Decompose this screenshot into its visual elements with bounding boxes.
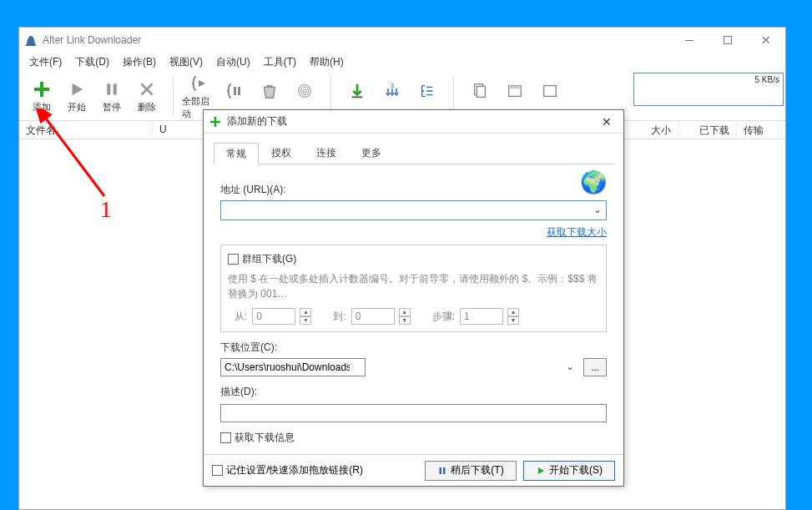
svg-rect-13	[509, 85, 522, 88]
parallel-button[interactable]: 3 x	[375, 79, 410, 113]
menu-auto[interactable]: 自动(U)	[209, 55, 257, 69]
brace-pause-icon	[223, 79, 246, 103]
browse-button[interactable]: ...	[583, 358, 607, 376]
chevron-down-icon[interactable]: ⌄	[593, 204, 602, 215]
step-spinner[interactable]: ▲▼	[507, 308, 519, 325]
recycle-icon	[258, 79, 281, 103]
chevron-down-icon[interactable]: ⌄	[566, 361, 574, 372]
dialog-close-button[interactable]: ✕	[590, 115, 623, 129]
to-label: 到:	[333, 310, 345, 324]
add-label: 添加	[33, 101, 51, 114]
from-input[interactable]	[252, 308, 295, 325]
app-icon	[24, 33, 38, 47]
pause-button[interactable]: 暂停	[94, 78, 129, 114]
group-download-label: 群组下载(G)	[242, 252, 296, 266]
delete-icon	[135, 78, 159, 101]
plus-icon	[30, 78, 53, 101]
menu-operate[interactable]: 操作(B)	[116, 55, 163, 69]
speed-button[interactable]: x	[340, 79, 375, 113]
group-button[interactable]: x	[410, 79, 445, 113]
svg-rect-19	[443, 467, 446, 474]
plus-icon	[209, 115, 222, 129]
window-title: After Link Downloader	[43, 34, 141, 46]
open-icon	[538, 79, 562, 103]
fetch-info-checkbox[interactable]	[220, 432, 231, 443]
start-download-button[interactable]: 开始下载(S)	[523, 461, 615, 481]
col-size[interactable]: 大小	[620, 121, 678, 139]
menu-help[interactable]: 帮助(H)	[303, 55, 351, 69]
close-icon: ✕	[761, 33, 771, 47]
svg-rect-14	[544, 85, 557, 96]
play-icon	[536, 466, 546, 476]
svg-rect-8	[352, 96, 363, 98]
toolbar-separator	[173, 77, 174, 115]
menubar: 文件(F) 下载(D) 操作(B) 视图(V) 自动(U) 工具(T) 帮助(H…	[19, 53, 785, 71]
location-input[interactable]	[220, 358, 366, 376]
step-input[interactable]	[460, 308, 503, 325]
maximize-icon	[724, 36, 732, 44]
tab-general[interactable]: 常规	[214, 143, 259, 164]
delete-label: 删除	[138, 101, 156, 114]
step-label: 步骤:	[432, 310, 455, 324]
start-label: 开始	[68, 101, 86, 114]
delete-button[interactable]: 删除	[129, 78, 164, 114]
description-input[interactable]	[220, 404, 607, 422]
svg-point-6	[300, 87, 308, 94]
col-downloaded[interactable]: 已下载	[678, 121, 737, 139]
description-label: 描述(D):	[220, 385, 607, 399]
open-button[interactable]: x	[532, 79, 567, 113]
col-transfer[interactable]: 传输	[737, 121, 779, 139]
start-button[interactable]: 开始	[59, 78, 94, 114]
svg-rect-1	[107, 83, 110, 94]
browser-icon	[503, 79, 527, 103]
tab-auth[interactable]: 授权	[259, 142, 304, 164]
tab-connection[interactable]: 连接	[304, 142, 349, 164]
svg-rect-0	[26, 44, 36, 46]
from-spinner[interactable]: ▲▼	[300, 308, 311, 325]
titlebar: After Link Downloader ✕	[19, 28, 785, 53]
add-download-dialog: 添加新的下载 ✕ 常规 授权 连接 更多 🌍 地址 (URL)(A): ⌄ 获取…	[203, 109, 624, 487]
dialog-title: 添加新的下载	[227, 114, 287, 129]
copy-icon	[468, 79, 492, 103]
group-download-box: 群组下载(G) 使用 $ 在一处或多处插入计数器编号。对于前导零，请使用额外的 …	[220, 245, 607, 332]
speed-chart: 5 KB/s	[633, 73, 784, 106]
to-input[interactable]	[351, 308, 395, 325]
remember-checkbox[interactable]	[212, 465, 223, 476]
dialog-footer: 记住设置/快速添加拖放链接(R) 稍后下载(T) 开始下载(S)	[204, 454, 623, 486]
fetch-info-label: 获取下载信息	[235, 431, 295, 445]
svg-rect-18	[440, 467, 442, 474]
menu-view[interactable]: 视图(V)	[163, 55, 209, 69]
list-icon	[416, 79, 439, 103]
down-arrow-icon	[345, 79, 369, 103]
location-label: 下载位置(C):	[220, 341, 607, 355]
group-hint: 使用 $ 在一处或多处插入计数器编号。对于前导零，请使用额外的 $。示例：$$$…	[228, 271, 599, 301]
menu-tools[interactable]: 工具(T)	[257, 55, 303, 69]
svg-rect-4	[238, 87, 240, 95]
group-download-checkbox[interactable]	[228, 254, 239, 265]
menu-download[interactable]: 下载(D)	[68, 55, 116, 69]
dialog-body: 🌍 地址 (URL)(A): ⌄ 获取下载大小 群组下载(G) 使用 $ 在一处…	[204, 164, 623, 455]
download-later-button[interactable]: 稍后下载(T)	[425, 461, 517, 481]
start-download-label: 开始下载(S)	[549, 463, 603, 477]
menu-file[interactable]: 文件(F)	[23, 55, 68, 69]
copy-url-button[interactable]: x	[462, 79, 497, 113]
parallel-icon: 3	[381, 79, 404, 103]
maximize-button[interactable]	[709, 28, 747, 53]
fingerprint-icon	[293, 79, 316, 103]
globe-icon: 🌍	[580, 169, 607, 195]
url-label: 地址 (URL)(A):	[220, 183, 607, 197]
browser-button[interactable]: x	[497, 79, 532, 113]
minimize-button[interactable]	[670, 28, 709, 53]
annotation-1: 1	[100, 196, 112, 223]
add-button[interactable]: 添加	[24, 78, 59, 114]
later-label: 稍后下载(T)	[451, 463, 503, 477]
to-spinner[interactable]: ▲▼	[399, 308, 411, 325]
get-size-link[interactable]: 获取下载大小	[547, 226, 607, 238]
col-filename[interactable]: 文件名	[19, 121, 153, 139]
play-icon	[65, 78, 88, 101]
url-input[interactable]	[220, 200, 607, 220]
svg-rect-2	[113, 83, 117, 94]
pause-icon	[437, 466, 447, 476]
close-button[interactable]: ✕	[747, 28, 785, 53]
tab-more[interactable]: 更多	[349, 142, 394, 164]
